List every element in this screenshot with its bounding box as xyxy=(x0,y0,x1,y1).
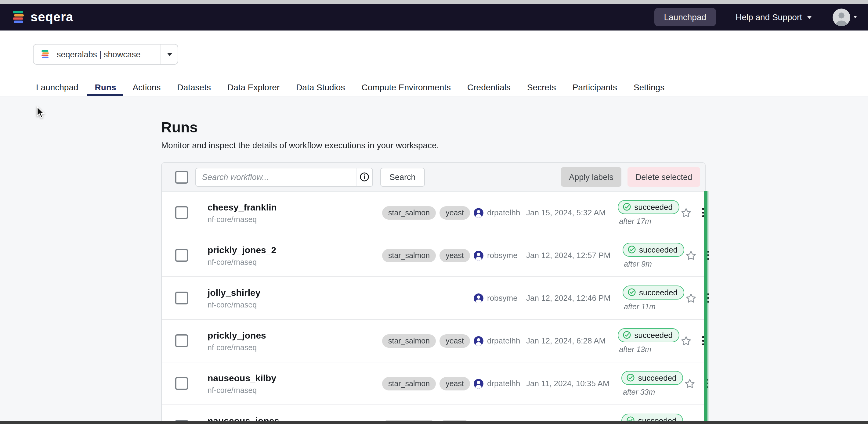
run-duration: after 13m xyxy=(619,345,680,354)
search-button[interactable]: Search xyxy=(380,167,425,186)
run-date: Jan 11, 2024, 10:35 AM xyxy=(526,379,610,388)
search-input[interactable] xyxy=(196,168,356,186)
tab-credentials[interactable]: Credentials xyxy=(460,83,518,96)
run-checkbox[interactable] xyxy=(175,206,188,219)
run-name-link[interactable]: jolly_shirley xyxy=(208,287,382,297)
runs-toolbar: Search Apply labels Delete selected xyxy=(162,163,705,192)
workspace-header: seqeralabs | showcase Launchpad Runs Act… xyxy=(0,31,868,96)
table-right-accent-bar xyxy=(704,191,708,424)
check-circle-icon xyxy=(627,288,636,296)
label-badge: yeast xyxy=(439,249,470,262)
launchpad-nav-button[interactable]: Launchpad xyxy=(654,8,716,26)
label-badge: yeast xyxy=(439,206,470,219)
run-pipeline: nf-core/rnaseq xyxy=(208,300,382,309)
run-name-link[interactable]: prickly_jones xyxy=(208,330,382,340)
run-row: cheesy_franklin nf-core/rnaseq star_salm… xyxy=(162,192,705,234)
tab-runs[interactable]: Runs xyxy=(88,83,124,96)
run-name-link[interactable]: nauseous_kilby xyxy=(208,372,382,383)
run-checkbox[interactable] xyxy=(175,292,188,304)
run-status: succeeded after 33m xyxy=(622,370,684,396)
run-checkbox[interactable] xyxy=(175,334,188,347)
run-row: prickly_jones_2 nf-core/rnaseq star_salm… xyxy=(162,234,705,277)
workspace-logo-icon xyxy=(40,50,50,59)
label-badge: star_salmon xyxy=(382,377,436,390)
tab-participants[interactable]: Participants xyxy=(565,83,624,96)
window-bottom-edge xyxy=(0,421,868,424)
chevron-down-icon xyxy=(167,53,172,56)
search-info-button[interactable] xyxy=(356,168,372,186)
status-badge: succeeded xyxy=(623,242,684,257)
status-label: succeeded xyxy=(639,245,678,254)
workspace-dropdown-toggle[interactable] xyxy=(161,53,178,56)
seqera-brand[interactable]: seqera xyxy=(11,10,73,24)
run-status: succeeded after 13m xyxy=(618,328,680,354)
tab-data-explorer[interactable]: Data Explorer xyxy=(220,83,287,96)
run-labels: star_salmon yeast xyxy=(382,249,474,262)
star-icon[interactable] xyxy=(684,377,696,390)
run-date: Jan 12, 2024, 6:28 AM xyxy=(526,336,606,345)
status-badge: succeeded xyxy=(623,285,684,299)
delete-selected-button[interactable]: Delete selected xyxy=(627,167,700,187)
label-badge: star_salmon xyxy=(382,334,436,348)
run-date: Jan 12, 2024, 12:57 PM xyxy=(526,251,611,260)
run-name-link[interactable]: prickly_jones_2 xyxy=(208,244,382,255)
tab-secrets[interactable]: Secrets xyxy=(520,83,563,96)
run-pipeline: nf-core/rnaseq xyxy=(208,258,382,266)
star-icon[interactable] xyxy=(685,249,697,261)
page-title: Runs xyxy=(0,96,868,135)
tab-compute-environments[interactable]: Compute Environments xyxy=(354,83,458,96)
run-duration: after 9m xyxy=(624,260,685,268)
user-avatar-icon xyxy=(474,293,484,303)
select-all-checkbox[interactable] xyxy=(175,170,188,183)
seqera-logo-icon xyxy=(11,10,26,24)
status-label: succeeded xyxy=(634,330,673,339)
run-checkbox[interactable] xyxy=(175,249,188,262)
status-badge: succeeded xyxy=(618,200,679,214)
workspace-tabs: Launchpad Runs Actions Datasets Data Exp… xyxy=(0,83,868,96)
tab-launchpad[interactable]: Launchpad xyxy=(29,83,86,96)
tab-settings[interactable]: Settings xyxy=(626,83,672,96)
run-checkbox[interactable] xyxy=(175,377,188,390)
user-avatar-icon xyxy=(474,379,484,388)
chevron-down-icon xyxy=(807,15,812,19)
tab-actions[interactable]: Actions xyxy=(125,83,168,96)
apply-labels-button[interactable]: Apply labels xyxy=(561,167,621,187)
run-status: succeeded after 17m xyxy=(618,200,680,225)
check-circle-icon xyxy=(623,202,631,211)
workspace-name: seqeralabs | showcase xyxy=(57,50,141,59)
user-menu[interactable] xyxy=(833,8,857,26)
workspace-selector[interactable]: seqeralabs | showcase xyxy=(33,44,178,65)
run-date: Jan 12, 2024, 12:46 PM xyxy=(526,293,611,303)
chevron-down-icon xyxy=(854,16,857,18)
run-user: robsyme xyxy=(474,293,526,303)
tab-data-studios[interactable]: Data Studios xyxy=(289,83,352,96)
status-label: succeeded xyxy=(634,202,673,211)
top-navbar: seqera Launchpad Help and Support xyxy=(0,4,868,31)
run-date: Jan 15, 2024, 5:32 AM xyxy=(526,208,606,217)
star-icon[interactable] xyxy=(680,335,692,347)
run-row: jolly_shirley nf-core/rnaseq robsyme Jan… xyxy=(162,277,705,320)
status-label: succeeded xyxy=(639,288,678,297)
run-status: succeeded after 11m xyxy=(623,285,685,311)
check-circle-icon xyxy=(623,331,631,339)
run-labels: star_salmon yeast xyxy=(382,377,474,390)
run-row: prickly_jones nf-core/rnaseq star_salmon… xyxy=(162,320,705,362)
run-user: drpatelhh xyxy=(474,336,526,346)
run-user-name: robsyme xyxy=(487,251,518,260)
user-avatar-icon xyxy=(474,336,484,346)
run-user-name: drpatelhh xyxy=(487,208,520,217)
search-field-group xyxy=(195,167,373,186)
user-avatar-icon xyxy=(474,208,484,218)
brand-wordmark: seqera xyxy=(31,10,73,24)
label-badge: star_salmon xyxy=(382,249,436,262)
tab-datasets[interactable]: Datasets xyxy=(170,83,218,96)
label-badge: star_salmon xyxy=(382,206,436,219)
run-user: drpatelhh xyxy=(474,379,526,388)
star-icon[interactable] xyxy=(680,206,692,219)
help-and-support-menu[interactable]: Help and Support xyxy=(736,12,812,22)
star-icon[interactable] xyxy=(685,292,697,304)
run-user: drpatelhh xyxy=(474,208,526,218)
run-pipeline: nf-core/rnaseq xyxy=(208,386,382,394)
run-name-link[interactable]: cheesy_franklin xyxy=(208,202,382,212)
mouse-cursor xyxy=(35,106,47,120)
